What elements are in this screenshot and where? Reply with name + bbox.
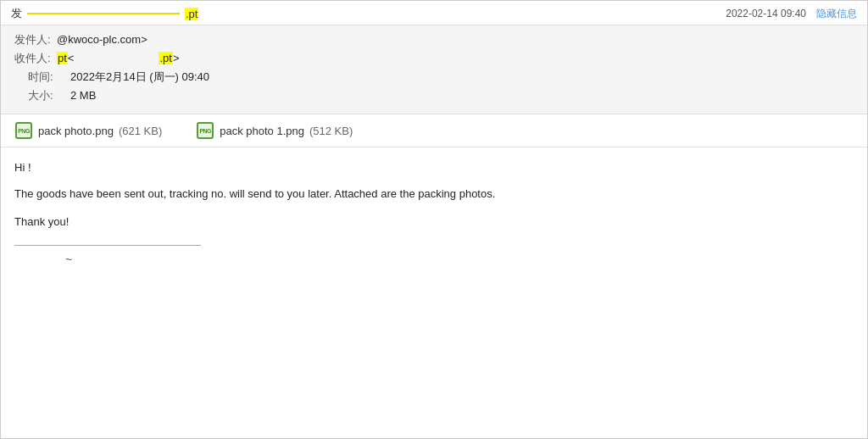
time-row: 时间: 2022年2月14日 (周一) 09:40 <box>14 69 854 85</box>
to-row: 收件人: pt<.pt> <box>14 51 854 66</box>
size-value: 2 MB <box>70 89 854 102</box>
from-value: @kwoco-plc.com> <box>57 33 854 46</box>
email-body: Hi ! The goods have been sent out, track… <box>1 147 867 286</box>
email-container: 发 .pt 2022-02-14 09:40 隐藏信息 发件人: @kwoco-… <box>0 0 868 439</box>
email-top-bar: 发 .pt 2022-02-14 09:40 隐藏信息 <box>1 1 867 25</box>
to-pt-highlight: pt <box>57 52 68 64</box>
time-label: 时间: <box>28 69 70 85</box>
attachment-2-icon: PNG <box>196 121 214 140</box>
attachment-2-size: (512 KB) <box>309 125 353 137</box>
attachment-1-size: (621 KB) <box>119 125 162 137</box>
attachment-1[interactable]: PNG pack photo.png (621 KB) <box>14 121 162 140</box>
attachment-1-icon: PNG <box>14 121 33 140</box>
size-label: 大小: <box>28 88 70 103</box>
attachment-2-name: pack photo 1.png <box>220 125 304 137</box>
to-pt2-highlight: .pt <box>159 52 172 64</box>
email-header: 发件人: @kwoco-plc.com> 收件人: pt<.pt> 时间: 20… <box>1 25 867 114</box>
recipient-underline <box>27 13 180 14</box>
attachment-2[interactable]: PNG pack photo 1.png (512 KB) <box>196 121 353 140</box>
to-bracket-close: > <box>173 52 180 64</box>
attachments-bar: PNG pack photo.png (621 KB) PNG pack pho… <box>1 114 867 147</box>
from-label: 发件人: <box>14 32 57 47</box>
to-bracket-open: < <box>68 52 75 64</box>
to-label: 收件人: <box>14 51 57 66</box>
size-row: 大小: 2 MB <box>14 88 854 103</box>
recipient-pt-highlight: .pt <box>185 8 198 20</box>
from-row: 发件人: @kwoco-plc.com> <box>14 32 854 47</box>
thank-you: Thank you! <box>14 215 854 228</box>
to-value: pt<.pt> <box>57 52 854 64</box>
email-top-right: 2022-02-14 09:40 隐藏信息 <box>726 7 857 21</box>
time-value: 2022年2月14日 (周一) 09:40 <box>70 69 854 85</box>
fa-label: 发 <box>11 6 22 21</box>
hide-info-link[interactable]: 隐藏信息 <box>816 7 857 21</box>
signature-squiggle: ~ <box>14 253 72 266</box>
greeting: Hi ! <box>14 161 854 174</box>
main-text: The goods have been sent out, tracking n… <box>14 186 854 203</box>
email-top-left: 发 .pt <box>11 6 198 21</box>
email-datetime: 2022-02-14 09:40 <box>726 8 806 19</box>
signature-divider <box>14 245 201 246</box>
attachment-1-name: pack photo.png <box>38 125 114 137</box>
